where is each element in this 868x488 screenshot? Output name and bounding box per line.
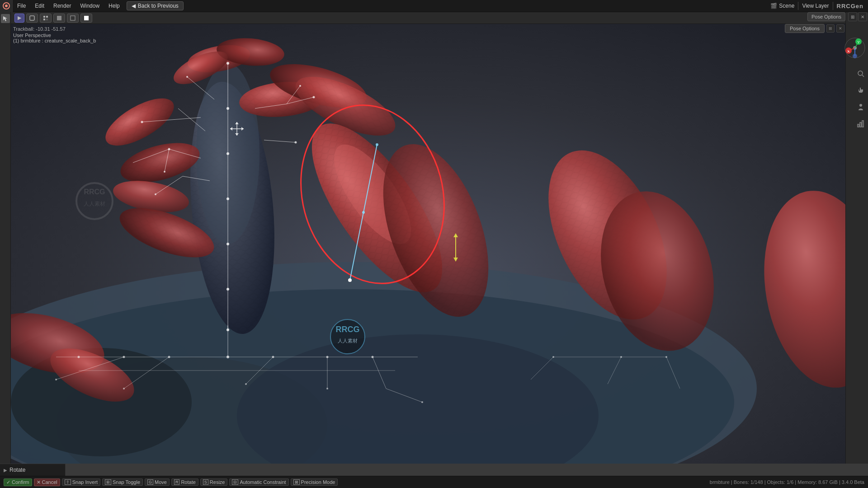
mode-icon: ▶	[18, 15, 21, 21]
snap-toggle-key: ⊞	[105, 479, 111, 485]
rotate-btn-label: Rotate	[181, 479, 195, 485]
scene-icon: 🎬	[770, 3, 777, 9]
top-right-area: 🎬 Scene View Layer RRCGen	[770, 2, 868, 10]
viewport-info: Trackball: -10.31 -51.57 User Perspectiv…	[13, 26, 96, 43]
svg-point-96	[348, 278, 352, 282]
navigation-gizmo[interactable]: Y X	[844, 37, 866, 59]
svg-point-102	[78, 356, 80, 358]
svg-rect-5	[43, 19, 45, 20]
pose-options-btn[interactable]: Pose Options	[785, 24, 825, 33]
view-layer-selector[interactable]: View Layer	[802, 3, 829, 9]
svg-point-105	[226, 356, 229, 358]
right-panel: Pose Options ⊞ ✕ Y X	[845, 12, 868, 464]
confirm-icon: ✓	[6, 479, 10, 485]
snap-invert-button[interactable]: ⇧ Snap Invert	[62, 479, 100, 486]
pose-options-button[interactable]: Pose Options	[807, 12, 845, 21]
cancel-label: Cancel	[42, 479, 57, 485]
svg-point-71	[226, 197, 229, 200]
scene-selector[interactable]: 🎬 Scene	[770, 3, 794, 9]
confirm-label: Confirm	[12, 479, 29, 485]
svg-point-22	[859, 104, 862, 107]
menu-edit[interactable]: Edit	[30, 0, 49, 12]
svg-rect-2	[30, 16, 34, 20]
svg-text:RRCG: RRCG	[336, 325, 360, 334]
pose-options-close[interactable]: ✕	[836, 24, 844, 33]
rotate-button[interactable]: R Rotate	[171, 479, 198, 486]
menu-items: File Edit Render Window Help	[13, 0, 124, 12]
app-logo	[0, 0, 13, 12]
auto-constraint-label: Automatic Constraint	[240, 479, 286, 485]
right-icon-chart[interactable]	[854, 117, 867, 130]
cancel-icon: ✕	[37, 479, 41, 485]
svg-point-119	[421, 401, 423, 403]
scene-name: Scene	[779, 3, 794, 9]
rotate-label: Rotate	[9, 467, 25, 473]
viewport-shading-5[interactable]	[80, 14, 92, 23]
pose-options-area: Pose Options ⊞ ✕	[785, 24, 844, 33]
svg-point-114	[245, 383, 247, 385]
viewport-3d[interactable]: RRCG 人人素材 RRCG 人人素材 Trackball: -10.31 -5…	[11, 24, 845, 464]
viewport-shading-3[interactable]	[53, 14, 65, 23]
menu-help[interactable]: Help	[104, 0, 124, 12]
svg-rect-24	[860, 122, 861, 127]
svg-point-97	[362, 211, 365, 214]
menu-file[interactable]: File	[13, 0, 30, 12]
precision-mode-button[interactable]: ⊠ Precision Mode	[291, 479, 338, 486]
bottom-status-bar: ✓ Confirm ✕ Cancel ⇧ Snap Invert ⊞ Snap …	[0, 476, 868, 488]
svg-text:Y: Y	[857, 40, 860, 44]
scene-stats: brmbture | Bones: 1/148 | Objects: 1/6 |…	[710, 479, 864, 485]
top-menu-bar: File Edit Render Window Help ◀ Back to P…	[0, 0, 868, 12]
snap-toggle-button[interactable]: ⊞ Snap Toggle	[102, 479, 143, 486]
snap-invert-key: ⇧	[65, 479, 71, 485]
svg-point-92	[299, 85, 301, 87]
svg-text:人人素材: 人人素材	[338, 338, 358, 343]
move-label: Move	[155, 479, 167, 485]
svg-point-70	[226, 152, 229, 155]
viewport-header-toolbar: ▶	[11, 12, 868, 24]
resize-label: Resize	[210, 479, 225, 485]
cancel-button[interactable]: ✕ Cancel	[34, 479, 60, 486]
right-icons	[854, 66, 867, 131]
menu-window[interactable]: Window	[75, 0, 104, 12]
right-icon-hand[interactable]	[854, 84, 867, 97]
right-icon-person[interactable]	[854, 101, 867, 113]
confirm-button[interactable]: ✓ Confirm	[4, 479, 32, 486]
pose-options-grid-icon[interactable]: ⊞	[826, 24, 835, 33]
resize-key: S	[203, 479, 208, 485]
move-button[interactable]: G Move	[145, 479, 170, 486]
svg-line-21	[862, 75, 864, 77]
svg-rect-9	[84, 16, 89, 20]
svg-point-110	[55, 379, 57, 380]
svg-point-98	[376, 143, 378, 146]
move-key: G	[147, 479, 153, 485]
svg-point-76	[141, 121, 143, 123]
svg-point-94	[295, 141, 297, 144]
rotate-arrow: ▶	[4, 468, 7, 473]
mode-button[interactable]: ▶	[14, 14, 24, 23]
svg-rect-25	[862, 121, 863, 127]
automatic-constraint-button[interactable]: ⊟ Automatic Constraint	[229, 479, 288, 486]
svg-point-82	[186, 76, 188, 78]
rotate-key: R	[174, 479, 180, 485]
svg-point-112	[123, 388, 125, 389]
select-tool[interactable]	[1, 14, 10, 23]
precision-label: Precision Mode	[301, 479, 335, 485]
svg-point-73	[226, 288, 229, 291]
view-close-button[interactable]: ✕	[858, 12, 867, 21]
svg-rect-8	[71, 16, 75, 20]
left-toolbar	[0, 12, 11, 464]
menu-render[interactable]: Render	[49, 0, 75, 12]
viewport-shading-4[interactable]	[67, 14, 79, 23]
viewport-shading-solid[interactable]	[26, 14, 38, 23]
back-label: Back to Previous	[138, 3, 179, 9]
scene-svg: RRCG 人人素材 RRCG 人人素材	[11, 24, 845, 464]
snap-toggle-label: Snap Toggle	[113, 479, 140, 485]
right-icon-search[interactable]	[854, 67, 867, 80]
view-options-grid[interactable]: ⊞	[848, 12, 857, 21]
svg-point-87	[155, 193, 156, 195]
svg-point-79	[164, 171, 165, 173]
resize-button[interactable]: S Resize	[200, 479, 228, 486]
app-name: RRCGen	[837, 3, 863, 9]
viewport-shading-2[interactable]	[40, 14, 52, 23]
back-to-previous-button[interactable]: ◀ Back to Previous	[127, 1, 184, 10]
